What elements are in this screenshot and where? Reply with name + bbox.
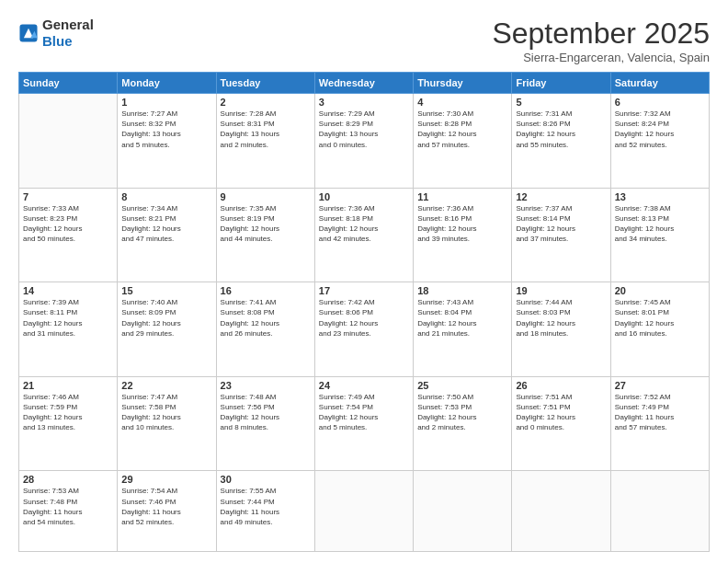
calendar-cell: 3Sunrise: 7:29 AM Sunset: 8:29 PM Daylig… [314, 94, 413, 189]
calendar-cell: 13Sunrise: 7:38 AM Sunset: 8:13 PM Dayli… [610, 188, 709, 282]
calendar-cell: 17Sunrise: 7:42 AM Sunset: 8:06 PM Dayli… [314, 282, 413, 377]
day-number: 16 [221, 285, 311, 296]
day-info: Sunrise: 7:30 AM Sunset: 8:28 PM Dayligh… [417, 109, 507, 150]
day-info: Sunrise: 7:55 AM Sunset: 7:44 PM Dayligh… [221, 486, 311, 527]
day-info: Sunrise: 7:52 AM Sunset: 7:49 PM Dayligh… [615, 392, 705, 433]
day-info: Sunrise: 7:46 AM Sunset: 7:59 PM Dayligh… [23, 392, 113, 433]
calendar-header-row: SundayMondayTuesdayWednesdayThursdayFrid… [19, 73, 710, 94]
day-number: 1 [121, 97, 211, 108]
day-info: Sunrise: 7:37 AM Sunset: 8:14 PM Dayligh… [516, 203, 606, 245]
page-header: General Blue September 2025 Sierra-Engar… [18, 17, 710, 64]
calendar-cell: 4Sunrise: 7:30 AM Sunset: 8:28 PM Daylig… [414, 94, 512, 189]
calendar-week-5: 28Sunrise: 7:53 AM Sunset: 7:48 PM Dayli… [19, 471, 710, 552]
day-number: 3 [319, 97, 409, 108]
day-number: 20 [615, 285, 705, 296]
day-info: Sunrise: 7:36 AM Sunset: 8:18 PM Dayligh… [319, 203, 409, 245]
day-info: Sunrise: 7:39 AM Sunset: 8:11 PM Dayligh… [23, 297, 113, 339]
day-number: 24 [319, 380, 409, 391]
col-header-monday: Monday [118, 73, 216, 94]
day-info: Sunrise: 7:34 AM Sunset: 8:21 PM Dayligh… [121, 203, 211, 245]
day-number: 28 [23, 474, 113, 485]
day-number: 17 [319, 285, 409, 296]
day-info: Sunrise: 7:50 AM Sunset: 7:53 PM Dayligh… [417, 392, 507, 433]
day-info: Sunrise: 7:27 AM Sunset: 8:32 PM Dayligh… [121, 109, 211, 150]
col-header-wednesday: Wednesday [314, 73, 413, 94]
day-number: 19 [516, 285, 606, 296]
day-number: 8 [121, 191, 211, 202]
calendar-cell: 20Sunrise: 7:45 AM Sunset: 8:01 PM Dayli… [610, 282, 709, 377]
calendar-cell [610, 471, 709, 552]
day-info: Sunrise: 7:44 AM Sunset: 8:03 PM Dayligh… [516, 297, 606, 339]
day-number: 7 [23, 191, 113, 202]
day-number: 9 [221, 191, 311, 202]
day-number: 15 [121, 285, 211, 296]
calendar-cell: 11Sunrise: 7:36 AM Sunset: 8:16 PM Dayli… [414, 188, 512, 282]
calendar-cell: 15Sunrise: 7:40 AM Sunset: 8:09 PM Dayli… [118, 282, 216, 377]
calendar-week-1: 1Sunrise: 7:27 AM Sunset: 8:32 PM Daylig… [19, 94, 710, 189]
day-info: Sunrise: 7:51 AM Sunset: 7:51 PM Dayligh… [516, 392, 606, 433]
day-info: Sunrise: 7:31 AM Sunset: 8:26 PM Dayligh… [516, 109, 606, 150]
day-number: 23 [221, 380, 311, 391]
calendar-cell: 23Sunrise: 7:48 AM Sunset: 7:56 PM Dayli… [216, 376, 314, 471]
day-number: 13 [615, 191, 705, 202]
day-number: 12 [516, 191, 606, 202]
day-number: 22 [121, 380, 211, 391]
calendar-cell: 7Sunrise: 7:33 AM Sunset: 8:23 PM Daylig… [19, 188, 118, 282]
calendar-cell: 18Sunrise: 7:43 AM Sunset: 8:04 PM Dayli… [414, 282, 512, 377]
calendar-cell: 1Sunrise: 7:27 AM Sunset: 8:32 PM Daylig… [118, 94, 216, 189]
title-block: September 2025 Sierra-Engarceran, Valenc… [492, 17, 710, 64]
calendar-cell: 30Sunrise: 7:55 AM Sunset: 7:44 PM Dayli… [216, 471, 314, 552]
calendar-cell: 27Sunrise: 7:52 AM Sunset: 7:49 PM Dayli… [610, 376, 709, 471]
calendar-week-2: 7Sunrise: 7:33 AM Sunset: 8:23 PM Daylig… [19, 188, 710, 282]
day-info: Sunrise: 7:28 AM Sunset: 8:31 PM Dayligh… [221, 109, 311, 150]
day-number: 29 [121, 474, 211, 485]
calendar-table: SundayMondayTuesdayWednesdayThursdayFrid… [18, 72, 710, 552]
calendar-cell: 21Sunrise: 7:46 AM Sunset: 7:59 PM Dayli… [19, 376, 118, 471]
col-header-tuesday: Tuesday [216, 73, 314, 94]
day-info: Sunrise: 7:36 AM Sunset: 8:16 PM Dayligh… [417, 203, 507, 245]
col-header-saturday: Saturday [610, 73, 709, 94]
calendar-cell: 25Sunrise: 7:50 AM Sunset: 7:53 PM Dayli… [414, 376, 512, 471]
month-title: September 2025 [492, 17, 710, 51]
day-number: 30 [221, 474, 311, 485]
calendar-cell: 14Sunrise: 7:39 AM Sunset: 8:11 PM Dayli… [19, 282, 118, 377]
day-number: 26 [516, 380, 606, 391]
calendar-cell: 8Sunrise: 7:34 AM Sunset: 8:21 PM Daylig… [118, 188, 216, 282]
day-number: 25 [417, 380, 507, 391]
calendar-cell [414, 471, 512, 552]
calendar-cell: 22Sunrise: 7:47 AM Sunset: 7:58 PM Dayli… [118, 376, 216, 471]
day-info: Sunrise: 7:38 AM Sunset: 8:13 PM Dayligh… [615, 203, 705, 245]
day-number: 27 [615, 380, 705, 391]
day-number: 18 [417, 285, 507, 296]
calendar-cell [314, 471, 413, 552]
calendar-week-4: 21Sunrise: 7:46 AM Sunset: 7:59 PM Dayli… [19, 376, 710, 471]
day-number: 11 [417, 191, 507, 202]
location: Sierra-Engarceran, Valencia, Spain [492, 51, 710, 64]
day-info: Sunrise: 7:47 AM Sunset: 7:58 PM Dayligh… [121, 392, 211, 433]
general-blue-icon [18, 23, 39, 43]
logo: General Blue [18, 17, 94, 50]
calendar-cell: 19Sunrise: 7:44 AM Sunset: 8:03 PM Dayli… [512, 282, 610, 377]
day-number: 14 [23, 285, 113, 296]
day-info: Sunrise: 7:35 AM Sunset: 8:19 PM Dayligh… [221, 203, 311, 245]
calendar-cell: 5Sunrise: 7:31 AM Sunset: 8:26 PM Daylig… [512, 94, 610, 189]
day-number: 10 [319, 191, 409, 202]
day-info: Sunrise: 7:53 AM Sunset: 7:48 PM Dayligh… [23, 486, 113, 527]
calendar-cell: 6Sunrise: 7:32 AM Sunset: 8:24 PM Daylig… [610, 94, 709, 189]
calendar-cell: 24Sunrise: 7:49 AM Sunset: 7:54 PM Dayli… [314, 376, 413, 471]
day-info: Sunrise: 7:42 AM Sunset: 8:06 PM Dayligh… [319, 297, 409, 339]
calendar-cell: 16Sunrise: 7:41 AM Sunset: 8:08 PM Dayli… [216, 282, 314, 377]
calendar-cell: 28Sunrise: 7:53 AM Sunset: 7:48 PM Dayli… [19, 471, 118, 552]
logo-blue: Blue [42, 33, 94, 50]
day-number: 6 [615, 97, 705, 108]
day-number: 5 [516, 97, 606, 108]
day-info: Sunrise: 7:54 AM Sunset: 7:46 PM Dayligh… [121, 486, 211, 527]
logo-general: General [42, 17, 94, 33]
calendar-cell: 29Sunrise: 7:54 AM Sunset: 7:46 PM Dayli… [118, 471, 216, 552]
calendar-cell: 12Sunrise: 7:37 AM Sunset: 8:14 PM Dayli… [512, 188, 610, 282]
day-number: 4 [417, 97, 507, 108]
calendar-cell [19, 94, 118, 189]
col-header-friday: Friday [512, 73, 610, 94]
day-info: Sunrise: 7:41 AM Sunset: 8:08 PM Dayligh… [221, 297, 311, 339]
day-info: Sunrise: 7:43 AM Sunset: 8:04 PM Dayligh… [417, 297, 507, 339]
